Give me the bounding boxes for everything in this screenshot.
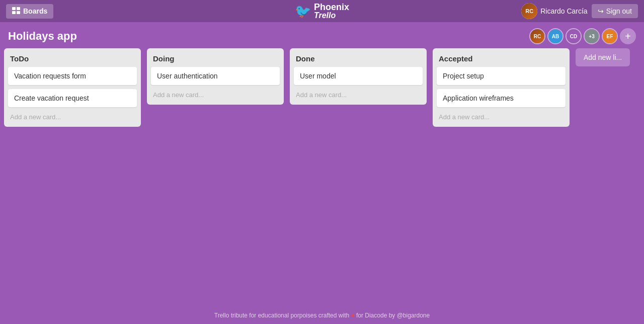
add-card-doing[interactable]: Add a new card...: [151, 89, 280, 101]
svg-rect-3: [17, 11, 20, 14]
list-doing: Doing User authentication Add a new card…: [147, 48, 284, 105]
list-todo: ToDo Vacation requests form Create vacat…: [4, 48, 141, 127]
boards-button[interactable]: Boards: [6, 4, 53, 19]
sign-out-label: Sign out: [606, 7, 632, 15]
board-title: Holidays app: [8, 30, 77, 43]
list-title-doing: Doing: [151, 52, 280, 67]
list-title-accepted: Accepted: [437, 52, 566, 67]
logo-bird-icon: 🐦: [295, 4, 311, 19]
boards-label: Boards: [23, 7, 47, 15]
card-project-setup[interactable]: Project setup: [437, 67, 566, 85]
header-left: Boards: [6, 4, 53, 19]
cards-done: User model: [294, 67, 423, 85]
footer-text: Trello tribute for educational porpoises…: [214, 312, 430, 319]
logo-text-group: Phoenix Trello: [314, 3, 349, 20]
card-user-model[interactable]: User model: [294, 67, 423, 85]
list-done: Done User model Add a new card...: [290, 48, 427, 105]
footer: Trello tribute for educational porpoises…: [0, 307, 644, 324]
card-vacation-requests-form[interactable]: Vacation requests form: [8, 67, 137, 85]
member-avatar-2[interactable]: AB: [547, 28, 564, 44]
svg-rect-0: [12, 7, 16, 10]
add-card-accepted[interactable]: Add a new card...: [437, 111, 566, 123]
member-avatar-3[interactable]: CD: [566, 28, 582, 44]
svg-rect-1: [17, 7, 20, 10]
list-title-done: Done: [294, 52, 423, 67]
logo-area: 🐦 Phoenix Trello: [295, 3, 349, 20]
user-info[interactable]: RC Ricardo Carcía: [521, 3, 587, 19]
member-avatar-4[interactable]: +3: [584, 28, 600, 44]
user-name: Ricardo Carcía: [540, 7, 587, 15]
svg-rect-2: [12, 11, 16, 14]
lists-container: ToDo Vacation requests form Create vacat…: [0, 48, 644, 307]
header: Boards 🐦 Phoenix Trello RC Ricardo Carcí…: [0, 0, 644, 22]
member-avatars: RC AB CD +3 EF +: [529, 28, 636, 44]
list-title-todo: ToDo: [8, 52, 137, 67]
header-right: RC Ricardo Carcía ↪ Sign out: [521, 3, 638, 19]
add-list-button[interactable]: Add new li...: [576, 48, 630, 66]
add-card-done[interactable]: Add a new card...: [294, 89, 423, 101]
card-create-vacation-request[interactable]: Create vacation request: [8, 89, 137, 107]
sign-out-icon: ↪: [598, 7, 604, 15]
avatar: RC: [521, 3, 537, 19]
sign-out-button[interactable]: ↪ Sign out: [592, 4, 638, 18]
boards-grid-icon: [12, 7, 20, 16]
cards-accepted: Project setup Application wireframes: [437, 67, 566, 107]
list-accepted: Accepted Project setup Application wiref…: [433, 48, 570, 127]
avatar-image: RC: [521, 3, 537, 19]
card-user-authentication[interactable]: User authentication: [151, 67, 280, 85]
add-card-todo[interactable]: Add a new card...: [8, 111, 137, 123]
logo-sub: Trello: [314, 12, 349, 20]
member-avatar-5[interactable]: EF: [602, 28, 618, 44]
board-header: Holidays app RC AB CD +3 EF +: [0, 22, 644, 48]
card-application-wireframes[interactable]: Application wireframes: [437, 89, 566, 107]
logo-name: Phoenix: [314, 3, 349, 12]
cards-doing: User authentication: [151, 67, 280, 85]
add-member-button[interactable]: +: [620, 28, 636, 44]
cards-todo: Vacation requests form Create vacation r…: [8, 67, 137, 107]
member-avatar-1[interactable]: RC: [529, 28, 545, 44]
heart-icon: ♥: [351, 312, 354, 319]
